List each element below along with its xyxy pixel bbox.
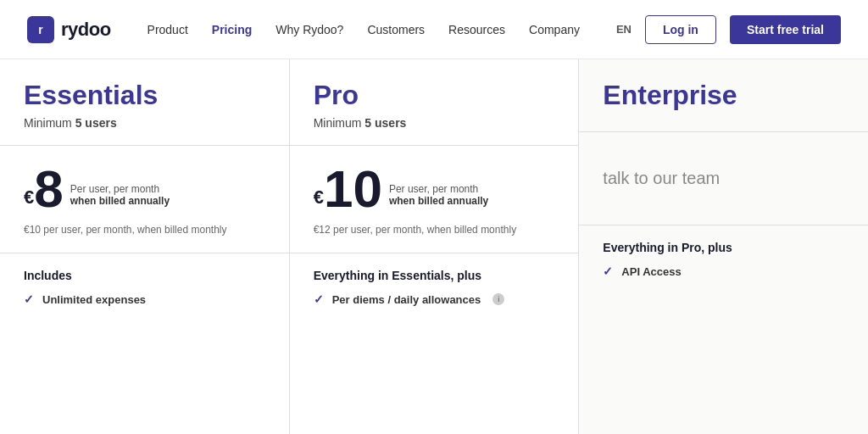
logo-text: rydoo xyxy=(61,19,111,41)
enterprise-features-title: Everything in Pro, plus xyxy=(603,241,844,254)
essentials-billing: when billed annually xyxy=(70,195,170,207)
pro-header: Pro Minimum 5 users xyxy=(290,59,579,146)
pro-monthly: €12 per user, per month, when billed mon… xyxy=(314,224,555,236)
essentials-name: Essentials xyxy=(24,80,265,111)
nav-links: Product Pricing Why Rydoo? Customers Res… xyxy=(147,23,580,36)
essentials-features: Includes ✓ Unlimited expenses xyxy=(0,253,289,434)
pricing-section: Essentials Minimum 5 users € 8 Per user,… xyxy=(0,59,868,434)
nav-pricing[interactable]: Pricing xyxy=(212,23,252,36)
feature-per-diems: ✓ Per diems / daily allowances i xyxy=(314,292,555,306)
enterprise-name: Enterprise xyxy=(603,80,844,111)
check-icon: ✓ xyxy=(314,292,324,306)
enterprise-header: Enterprise xyxy=(579,59,868,132)
info-icon[interactable]: i xyxy=(492,293,504,305)
logo[interactable]: r rydoo xyxy=(27,16,111,43)
nav-actions: EN Log in Start free trial xyxy=(616,15,841,44)
nav-product[interactable]: Product xyxy=(147,23,188,36)
nav-customers[interactable]: Customers xyxy=(367,23,425,36)
essentials-features-title: Includes xyxy=(24,269,265,282)
pro-price-per: Per user, per month xyxy=(389,183,488,195)
pro-currency: € xyxy=(314,186,324,209)
check-icon: ✓ xyxy=(24,292,34,306)
essentials-price-per: Per user, per month xyxy=(70,183,170,195)
essentials-users: Minimum 5 users xyxy=(24,116,265,130)
pro-price-number: 10 xyxy=(324,163,382,215)
plan-pro: Pro Minimum 5 users € 10 Per user, per m… xyxy=(290,59,580,434)
feature-text: Unlimited expenses xyxy=(42,293,146,306)
login-button[interactable]: Log in xyxy=(645,15,716,44)
nav-resources[interactable]: Resources xyxy=(448,23,505,36)
pro-users: Minimum 5 users xyxy=(314,116,555,130)
essentials-price-number: 8 xyxy=(34,163,63,215)
nav-why-rydoo[interactable]: Why Rydoo? xyxy=(275,23,343,36)
language-selector[interactable]: EN xyxy=(616,23,632,36)
trial-button[interactable]: Start free trial xyxy=(730,15,841,44)
feature-unlimited-expenses: ✓ Unlimited expenses xyxy=(24,292,265,306)
pro-price-block: € 10 Per user, per month when billed ann… xyxy=(290,146,579,253)
essentials-currency: € xyxy=(24,186,34,209)
plan-essentials: Essentials Minimum 5 users € 8 Per user,… xyxy=(0,59,290,434)
nav-company[interactable]: Company xyxy=(529,23,580,36)
pro-features-title: Everything in Essentials, plus xyxy=(314,269,555,282)
pro-name: Pro xyxy=(314,80,555,111)
feature-text: API Access xyxy=(621,265,681,278)
check-icon: ✓ xyxy=(603,264,613,278)
essentials-monthly: €10 per user, per month, when billed mon… xyxy=(24,224,265,236)
pro-billing: when billed annually xyxy=(389,195,488,207)
enterprise-cta-text: talk to our team xyxy=(603,169,720,188)
enterprise-features: Everything in Pro, plus ✓ API Access xyxy=(579,225,868,434)
logo-icon: r xyxy=(27,16,54,43)
navbar: r rydoo Product Pricing Why Rydoo? Custo… xyxy=(0,0,868,59)
essentials-header: Essentials Minimum 5 users xyxy=(0,59,289,146)
pro-features: Everything in Essentials, plus ✓ Per die… xyxy=(290,253,579,434)
essentials-price-block: € 8 Per user, per month when billed annu… xyxy=(0,146,289,253)
enterprise-cta-block: talk to our team xyxy=(579,132,868,225)
feature-api-access: ✓ API Access xyxy=(603,264,844,278)
plan-enterprise: Enterprise talk to our team Everything i… xyxy=(579,59,868,434)
feature-text: Per diems / daily allowances xyxy=(332,293,481,306)
